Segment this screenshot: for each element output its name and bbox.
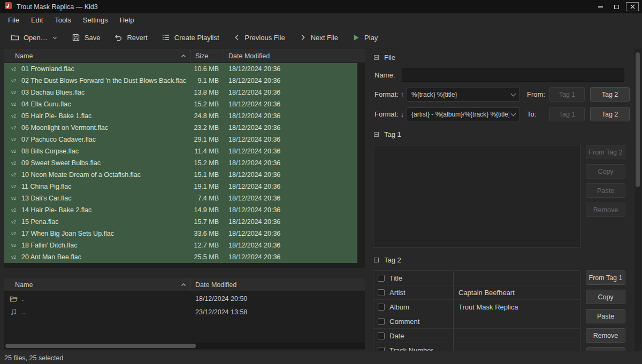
- folder-name: ..: [22, 308, 26, 316]
- tag2-field-row[interactable]: Title: [373, 271, 580, 285]
- collapse-icon[interactable]: [374, 258, 379, 262]
- format-from-label: Format: ↑: [374, 90, 407, 98]
- previous-file-button[interactable]: Previous File: [229, 30, 289, 45]
- file-row[interactable]: v2 20 Ant Man Bee.flac 25.5 MB 18/12/202…: [4, 251, 357, 263]
- section-header-tag2[interactable]: Tag 2: [374, 256, 630, 264]
- file-row[interactable]: v2 11 China Pig.flac 19.1 MB 18/12/2024 …: [4, 181, 357, 192]
- file-row[interactable]: v2 14 Hair Pie- Bake 2.flac 14.9 MB 18/1…: [4, 204, 357, 216]
- file-size: 23.2 MB: [191, 124, 224, 131]
- close-button[interactable]: [626, 2, 639, 11]
- tag2-action-button[interactable]: From Tag 1: [586, 270, 625, 285]
- next-file-button[interactable]: Next File: [295, 30, 342, 45]
- collapse-icon[interactable]: [374, 55, 379, 60]
- tag2-action-button[interactable]: Edit: [586, 347, 625, 351]
- file-row[interactable]: v2 18 Fallin' Ditch.flac 12.7 MB 18/12/2…: [4, 239, 357, 251]
- section-header-file[interactable]: File: [374, 53, 630, 61]
- tag2-field-row[interactable]: Date: [373, 329, 580, 343]
- filename-input[interactable]: [402, 68, 624, 82]
- from-tag1-button[interactable]: Tag 1: [549, 87, 585, 102]
- file-row[interactable]: v2 03 Dachau Blues.flac 13.8 MB 18/12/20…: [4, 87, 357, 98]
- field-checkbox[interactable]: [378, 347, 385, 351]
- file-row[interactable]: v2 04 Ella Guru.flac 15.2 MB 18/12/2024 …: [4, 98, 357, 110]
- sort-ascending-icon: [181, 53, 186, 58]
- tag2-field-row[interactable]: Artist Captain Beefheart: [373, 285, 580, 300]
- close-icon: [630, 4, 635, 9]
- from-tag2-button[interactable]: Tag 2: [590, 87, 630, 102]
- field-checkbox[interactable]: [378, 332, 385, 339]
- open-button[interactable]: Open…: [6, 30, 62, 45]
- format-from-combobox[interactable]: %{track} %{title}: [407, 88, 520, 102]
- file-row[interactable]: v2 02 The Dust Blows Forward 'n the Dust…: [4, 75, 357, 87]
- column-header-modified[interactable]: Date Modified: [224, 49, 365, 63]
- collapse-icon[interactable]: [374, 132, 379, 137]
- file-row[interactable]: v2 17 When Big Joan Sets Up.flac 33.6 MB…: [4, 228, 357, 239]
- vertical-scrollbar[interactable]: [635, 49, 641, 351]
- vertical-scrollbar-thumb[interactable]: [636, 52, 640, 187]
- horizontal-scrollbar[interactable]: [4, 343, 365, 349]
- file-row[interactable]: v2 01 Frownland.flac 10.6 MB 18/12/2024 …: [4, 63, 357, 75]
- file-name: 06 Moonlight on Vermont.flac: [21, 124, 108, 131]
- tag1-action-button[interactable]: Remove: [586, 203, 625, 217]
- menu-item[interactable]: File: [2, 14, 25, 26]
- column-header-name[interactable]: Name: [4, 49, 191, 63]
- field-checkbox[interactable]: [378, 275, 385, 282]
- folder-row-current[interactable]: . 18/12/2024 20:50: [4, 292, 365, 305]
- horizontal-scrollbar-thumb[interactable]: [5, 344, 196, 348]
- field-checkbox[interactable]: [378, 289, 385, 296]
- save-button[interactable]: Save: [67, 30, 105, 45]
- play-button[interactable]: Play: [348, 30, 382, 45]
- menu-item[interactable]: Edit: [25, 14, 49, 26]
- menu-item[interactable]: Tools: [49, 14, 77, 26]
- tag2-field-row[interactable]: Track Number: [373, 343, 580, 351]
- chevron-down-icon: [52, 35, 58, 41]
- file-size: 15.7 MB: [191, 218, 224, 226]
- field-value[interactable]: Trout Mask Replica: [454, 303, 580, 311]
- field-checkbox[interactable]: [378, 318, 385, 325]
- tag1-action-button[interactable]: Copy: [586, 164, 625, 179]
- file-name: 03 Dachau Blues.flac: [21, 89, 85, 96]
- section-header-tag1[interactable]: Tag 1: [374, 130, 630, 138]
- tag-version-icon: v2: [11, 125, 18, 130]
- chevron-left-icon: [233, 34, 241, 41]
- to-tag2-button[interactable]: Tag 2: [590, 107, 630, 121]
- menu-item[interactable]: Settings: [77, 14, 114, 26]
- tag2-fields-table: Title Artist Captain Beefheart Albu: [373, 270, 580, 351]
- tag-version-icon: v2: [11, 102, 18, 107]
- folder-column-header-modified[interactable]: Date Modified: [191, 278, 365, 291]
- file-row[interactable]: v2 13 Dali's Car.flac 7.4 MB 18/12/2024 …: [4, 192, 357, 204]
- menu-item[interactable]: Help: [114, 14, 140, 26]
- column-header-size[interactable]: Size: [191, 49, 224, 63]
- file-name: 13 Dali's Car.flac: [21, 195, 71, 202]
- file-row[interactable]: v2 05 Hair Pie- Bake 1.flac 24.8 MB 18/1…: [4, 110, 357, 122]
- tag-version-icon: v2: [11, 66, 18, 72]
- file-row[interactable]: v2 15 Pena.flac 15.7 MB 18/12/2024 20:36: [4, 216, 357, 228]
- tag2-action-button[interactable]: Copy: [586, 290, 625, 304]
- revert-button[interactable]: Revert: [110, 30, 151, 45]
- tag2-action-button[interactable]: Paste: [586, 309, 625, 323]
- file-name: 07 Pachuco Cadaver.flac: [21, 136, 96, 143]
- file-row[interactable]: v2 10 Neon Meate Dream of a Octafish.fla…: [4, 169, 357, 181]
- to-tag1-button[interactable]: Tag 1: [549, 107, 585, 121]
- folder-row-parent[interactable]: .. 23/12/2024 13:58: [4, 305, 365, 319]
- titlebar: Trout Mask Replica — Kid3: [0, 0, 642, 13]
- tag1-action-button[interactable]: Paste: [586, 183, 625, 198]
- file-row[interactable]: v2 09 Sweet Sweet Bulbs.flac 15.2 MB 18/…: [4, 157, 357, 169]
- file-row[interactable]: v2 07 Pachuco Cadaver.flac 29.1 MB 18/12…: [4, 134, 357, 145]
- format-to-combobox[interactable]: {artist} - %{album}/%{track} %{title}: [407, 107, 520, 121]
- status-text: 25 files, 25 selected: [4, 354, 64, 362]
- tag2-field-row[interactable]: Comment: [373, 314, 580, 329]
- maximize-button[interactable]: [610, 2, 623, 11]
- file-row[interactable]: v2 08 Bills Corpse.flac 11.4 MB 18/12/20…: [4, 145, 357, 157]
- minimize-button[interactable]: [594, 2, 607, 11]
- folder-open-icon: [10, 295, 18, 303]
- tag2-field-row[interactable]: Album Trout Mask Replica: [373, 300, 580, 314]
- folder-column-header-name[interactable]: Name: [4, 278, 191, 291]
- file-size: 19.1 MB: [191, 183, 224, 190]
- maximize-icon: [614, 5, 619, 9]
- field-value[interactable]: Captain Beefheart: [454, 289, 580, 297]
- field-checkbox[interactable]: [378, 304, 385, 311]
- tag1-action-button[interactable]: From Tag 2: [586, 145, 625, 159]
- create-playlist-button[interactable]: Create Playlist: [157, 30, 224, 45]
- tag2-action-button[interactable]: Remove: [586, 328, 625, 343]
- file-row[interactable]: v2 06 Moonlight on Vermont.flac 23.2 MB …: [4, 122, 357, 134]
